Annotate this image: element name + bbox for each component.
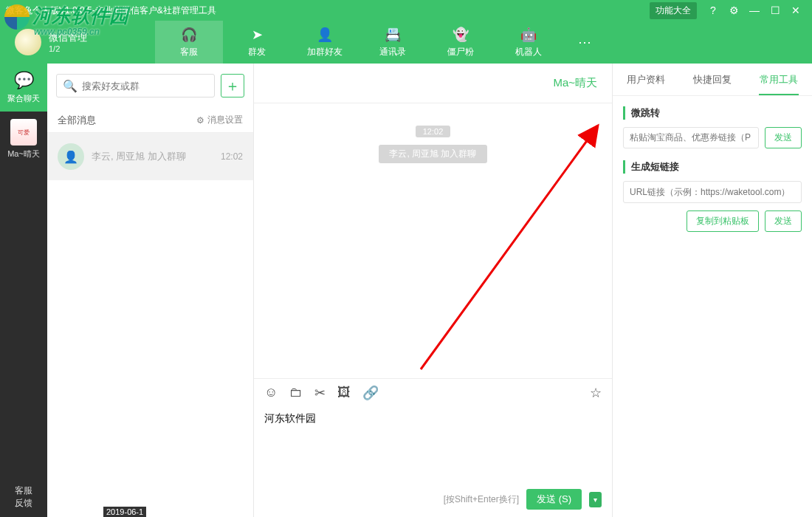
image-icon[interactable]: 🖼 <box>337 385 351 400</box>
chat-hint: [按Shift+Enter换行] <box>444 493 519 506</box>
nav-tab-kefu[interactable]: 🎧客服 <box>155 21 223 64</box>
chat-header: Ma~晴天 <box>254 64 612 103</box>
chat-toolbar: ☺ 🗀 ✂ 🖼 🔗 ☆ <box>254 378 612 406</box>
settings-icon[interactable]: ⚙ <box>723 4 744 16</box>
help-icon[interactable]: ? <box>703 4 723 16</box>
sidebar-item-qingtian[interactable]: 可爱 Ma~晴天 <box>0 112 47 167</box>
chat-textarea[interactable] <box>264 412 602 464</box>
star-icon[interactable]: ☆ <box>590 385 602 401</box>
conversation-item[interactable]: 👤 李云, 周亚旭 加入群聊 12:02 <box>47 133 253 180</box>
nav-tab-qunfa[interactable]: ➤群发 <box>223 21 291 64</box>
conversation-column: 🔍 ＋ 全部消息 ⚙消息设置 👤 李云, 周亚旭 加入群聊 12:02 <box>47 64 254 517</box>
filter-row: 全部消息 ⚙消息设置 <box>47 108 253 133</box>
account-avatar <box>15 29 41 55</box>
add-button[interactable]: ＋ <box>221 74 244 97</box>
rtab-user-info[interactable]: 用户资料 <box>613 64 679 95</box>
chat-system-message: 李云, 周亚旭 加入群聊 <box>379 145 486 163</box>
copy-clipboard-button[interactable]: 复制到粘贴板 <box>687 210 759 232</box>
close-icon[interactable]: ✕ <box>785 4 806 16</box>
gear-icon: ⚙ <box>196 115 204 126</box>
nav-tab-jiaqun[interactable]: 👤加群好友 <box>291 21 359 64</box>
message-settings[interactable]: ⚙消息设置 <box>196 114 243 126</box>
search-icon: 🔍 <box>63 79 78 93</box>
link-icon[interactable]: 🔗 <box>362 385 379 401</box>
sidebar-feedback[interactable]: 客服 反馈 <box>15 477 32 517</box>
sidebar-item-juhe[interactable]: 💬 聚合聊天 <box>0 64 47 112</box>
conv-time: 12:02 <box>221 151 243 162</box>
right-tabs: 用户资料 快捷回复 常用工具 <box>613 64 812 96</box>
right-panel: 用户资料 快捷回复 常用工具 微跳转 发送 生成短链接 复制到粘贴板 发送 <box>613 64 812 517</box>
nav-tab-tongxunlu[interactable]: 📇通讯录 <box>359 21 427 64</box>
chat-column: Ma~晴天 12:02 李云, 周亚旭 加入群聊 ☺ 🗀 ✂ 🖼 🔗 ☆ [按S… <box>254 64 613 517</box>
nav-account[interactable]: 微信管理 1/2 <box>0 29 155 55</box>
chat-time-pill: 12:02 <box>416 126 451 137</box>
search-input-wrap[interactable]: 🔍 <box>56 74 215 97</box>
send-dropdown[interactable]: ▾ <box>589 492 602 507</box>
main: 💬 聚合聊天 可爱 Ma~晴天 客服 反馈 🔍 ＋ 全部消息 ⚙消息设置 👤 李… <box>0 64 812 517</box>
search-input[interactable] <box>82 81 208 92</box>
maximize-icon[interactable]: ☐ <box>765 4 785 16</box>
chat-bubble-icon: 💬 <box>0 71 47 90</box>
weitiaozhuan-send-button[interactable]: 发送 <box>765 127 802 148</box>
shortlink-send-button[interactable]: 发送 <box>765 210 802 232</box>
chat-input-area[interactable] <box>254 406 612 489</box>
weitiaozhuan-input[interactable] <box>623 127 759 148</box>
robot-icon: 🤖 <box>520 27 537 43</box>
sidebar: 💬 聚合聊天 可爱 Ma~晴天 客服 反馈 <box>0 64 47 517</box>
footer-date: 2019-06-1 <box>103 507 146 517</box>
conv-preview: 李云, 周亚旭 加入群聊 <box>92 150 221 163</box>
zombie-icon: 👻 <box>453 27 469 43</box>
app-title: 微客兔个人版V1.0.0.5-专业的微信客户&社群管理工具 <box>6 4 650 17</box>
cut-icon[interactable]: ✂ <box>314 385 326 401</box>
section-shortlink-title: 生成短链接 <box>623 160 802 174</box>
nav-more-icon[interactable]: ⋯ <box>562 34 607 50</box>
nav-tab-jiangshifen[interactable]: 👻僵尸粉 <box>427 21 495 64</box>
add-friend-icon: 👤 <box>317 27 333 43</box>
chat-title: Ma~晴天 <box>553 76 597 90</box>
shortlink-input[interactable] <box>623 181 802 203</box>
emoji-icon[interactable]: ☺ <box>264 385 278 400</box>
send-button[interactable]: 发送 (S) <box>526 489 582 510</box>
conv-avatar: 👤 <box>58 143 84 170</box>
nav-account-sub: 1/2 <box>49 44 87 53</box>
nav-tab-jiqiren[interactable]: 🤖机器人 <box>495 21 562 64</box>
chat-body: 12:02 李云, 周亚旭 加入群聊 <box>254 103 612 378</box>
send-icon: ➤ <box>252 27 263 43</box>
minimize-icon[interactable]: — <box>744 4 765 16</box>
nav-bar: 微信管理 1/2 🎧客服 ➤群发 👤加群好友 📇通讯录 👻僵尸粉 🤖机器人 ⋯ <box>0 21 812 64</box>
headset-icon: 🎧 <box>181 27 197 43</box>
title-bar: 微客兔个人版V1.0.0.5-专业的微信客户&社群管理工具 功能大全 ? ⚙ —… <box>0 0 812 21</box>
section-weitiaozhuan-title: 微跳转 <box>623 106 802 120</box>
rtab-quick-reply[interactable]: 快捷回复 <box>679 64 746 95</box>
folder-icon[interactable]: 🗀 <box>289 385 303 400</box>
rtab-tools[interactable]: 常用工具 <box>746 64 812 95</box>
contacts-icon: 📇 <box>385 27 401 43</box>
chat-send-row: [按Shift+Enter换行] 发送 (S) ▾ <box>254 489 612 517</box>
right-body: 微跳转 发送 生成短链接 复制到粘贴板 发送 <box>613 96 812 242</box>
avatar-thumb: 可爱 <box>10 119 37 145</box>
filter-all[interactable]: 全部消息 <box>58 114 96 127</box>
features-button[interactable]: 功能大全 <box>650 2 697 19</box>
nav-account-label: 微信管理 <box>49 31 87 44</box>
